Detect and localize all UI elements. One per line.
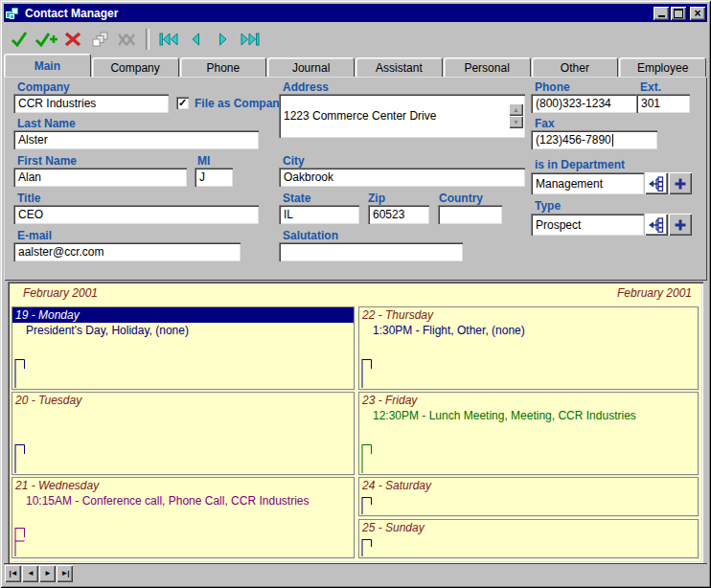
day-cell-tuesday[interactable]: 20 - Tuesday [11, 392, 355, 475]
email-label: E-mail [17, 229, 52, 242]
tab-journal[interactable]: Journal [267, 57, 355, 77]
zip-input[interactable] [368, 205, 429, 224]
tab-company[interactable]: Company [92, 57, 179, 77]
department-label: is in Department [535, 158, 625, 171]
file-as-company-checkbox[interactable]: ✓ [176, 97, 189, 109]
timebar-icon [14, 359, 26, 388]
file-as-company-label: File as Company [195, 97, 286, 110]
department-add-button[interactable] [669, 172, 692, 194]
copy-icon [92, 32, 108, 47]
day-cell-saturday[interactable]: 24 - Saturday [358, 477, 699, 516]
email-input[interactable] [13, 242, 241, 261]
contact-manager-window: { "window": { "title": "Contact Manager"… [0, 0, 711, 588]
delete-multiple-button[interactable] [113, 27, 140, 52]
address-textarea[interactable]: 1223 Commerce Center Drive ▲▼ [279, 94, 525, 138]
accept-add-button[interactable] [33, 27, 59, 52]
day-cell-friday[interactable]: 23 - Friday 12:30PM - Lunch Meeting, Mee… [358, 392, 699, 475]
state-label: State [283, 192, 310, 205]
tab-main[interactable]: Main [4, 54, 91, 77]
address-scrollbar[interactable]: ▲▼ [509, 103, 523, 128]
next-record-button[interactable] [209, 27, 236, 52]
first-name-input[interactable] [13, 168, 187, 187]
title-input[interactable] [13, 205, 259, 224]
tab-other[interactable]: Other [532, 57, 619, 77]
delete-button[interactable] [59, 27, 86, 52]
first-record-button[interactable] [155, 27, 182, 52]
last-page-icon: ►| [60, 569, 68, 577]
tab-notes-by-type-label: Notes by Type [75, 564, 105, 582]
zip-label: Zip [368, 192, 385, 205]
plus-icon [674, 177, 687, 191]
calendar-event[interactable]: 1:30PM - Flight, Other, (none) [359, 323, 698, 337]
double-x-icon [117, 32, 136, 47]
type-lookup-button[interactable] [645, 214, 668, 236]
calendar-event[interactable] [359, 493, 698, 494]
copy-button[interactable] [86, 27, 113, 52]
calendar-event[interactable]: 10:15AM - Conference call, Phone Call, C… [12, 493, 354, 508]
toolbar [6, 26, 705, 53]
last-name-input[interactable] [13, 130, 259, 149]
day-cell-monday[interactable]: 19 - Monday President's Day, Holiday, (n… [11, 306, 355, 390]
next-record-icon [218, 33, 227, 46]
country-input[interactable] [438, 205, 502, 224]
previous-page-button[interactable]: ◄ [22, 565, 38, 582]
day-header: 20 - Tuesday [12, 393, 354, 408]
calendar-month-right: February 2001 [617, 286, 692, 300]
close-icon: × [694, 8, 700, 19]
department-input[interactable] [531, 172, 644, 194]
tab-personal[interactable]: Personal [444, 57, 531, 77]
minimize-button[interactable] [654, 7, 669, 20]
day-cell-wednesday[interactable]: 21 - Wednesday 10:15AM - Conference call… [11, 477, 355, 558]
tab-employee[interactable]: Employee [619, 57, 706, 77]
calendar-month-left: February 2001 [23, 286, 98, 300]
calendar-event[interactable] [359, 535, 698, 536]
salutation-input[interactable] [279, 242, 463, 261]
day-cell-sunday[interactable]: 25 - Sunday [358, 519, 699, 558]
calendar-event[interactable] [12, 408, 354, 409]
address-text: 1223 Commerce Center Drive [279, 106, 509, 125]
scroll-up-icon[interactable]: ▲ [509, 103, 523, 116]
company-label: Company [17, 80, 70, 94]
close-button[interactable]: × [690, 7, 705, 20]
mi-input[interactable] [195, 168, 233, 187]
previous-record-button[interactable] [182, 27, 209, 52]
day-cell-thursday[interactable]: 22 - Thursday 1:30PM - Flight, Other, (n… [358, 306, 699, 390]
day-body [12, 408, 354, 474]
next-page-button[interactable]: ► [39, 565, 56, 582]
text-caret [612, 134, 613, 147]
tab-company-label: Company [110, 61, 159, 75]
main-form-panel: Company ✓ File as Company Last Name Firs… [4, 77, 707, 281]
scroll-down-icon[interactable]: ▼ [509, 116, 523, 128]
city-input[interactable] [279, 168, 525, 187]
previous-page-icon: ◄ [27, 569, 34, 577]
fax-input[interactable]: (123)456-7890 [531, 130, 657, 149]
type-add-button[interactable] [669, 214, 692, 236]
day-header: 21 - Wednesday [12, 478, 354, 493]
day-body: 10:15AM - Conference call, Phone Call, C… [12, 493, 354, 557]
calendar-event[interactable]: President's Day, Holiday, (none) [12, 323, 354, 337]
weekly-calendar-panel: February 2001 February 2001 19 - Monday … [8, 282, 703, 563]
tab-assistant[interactable]: Assistant [356, 57, 443, 77]
first-page-button[interactable]: |◄ [5, 565, 21, 582]
day-body: President's Day, Holiday, (none) [12, 323, 354, 389]
maximize-button[interactable] [671, 7, 686, 20]
day-header: 23 - Friday [359, 393, 698, 408]
type-input[interactable] [531, 214, 644, 236]
last-page-button[interactable]: ►| [57, 565, 73, 582]
tab-phone[interactable]: Phone [180, 57, 267, 77]
country-label: Country [439, 192, 483, 205]
accept-button[interactable] [6, 27, 33, 52]
first-page-icon: |◄ [9, 569, 16, 577]
ext-input[interactable] [636, 94, 690, 113]
plus-icon [674, 218, 687, 232]
last-record-button[interactable] [236, 27, 263, 52]
phone-label: Phone [535, 80, 570, 94]
department-lookup-button[interactable] [645, 172, 668, 194]
calendar-event[interactable]: 12:30PM - Lunch Meeting, Meeting, CCR In… [359, 408, 698, 422]
department-combo [531, 172, 692, 194]
company-input[interactable] [13, 94, 169, 113]
state-input[interactable] [279, 205, 359, 224]
fax-label: Fax [535, 117, 555, 130]
maximize-icon [674, 9, 683, 18]
day-body [359, 493, 698, 515]
